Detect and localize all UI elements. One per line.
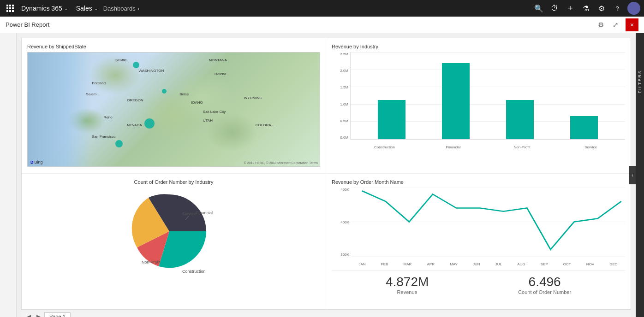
line-x-labels: JAN FEB MAR APR MAY JUN JUL AUG SEP OCT … bbox=[351, 258, 625, 270]
bar-nonprofit[interactable] bbox=[506, 100, 534, 139]
secondbar-fullscreen-icon[interactable]: ⤢ bbox=[609, 18, 622, 31]
svg-rect-0 bbox=[6, 5, 8, 6]
map-label-nevada: NEVADA bbox=[127, 123, 142, 127]
svg-rect-1 bbox=[9, 5, 11, 6]
bar-construction-rect bbox=[378, 100, 405, 139]
map-label-boise: Boise bbox=[179, 92, 189, 96]
pie-label-service-arrow: Service bbox=[182, 211, 196, 216]
map-section: Revenue by ShippedState Seattle WASHINGT… bbox=[22, 38, 326, 174]
line-section: Revenue by Order Month Name 450K 400K 35… bbox=[326, 174, 631, 309]
right-panel: ‹ FILTERS bbox=[636, 33, 644, 317]
map-dot-sf bbox=[115, 140, 123, 147]
kpi-orders-label: Count of Order Number bbox=[518, 289, 571, 295]
bar-financial[interactable] bbox=[442, 63, 470, 139]
topbar-icons: 🔍 ⏱ + ⚗ ⚙ ? bbox=[531, 1, 640, 16]
settings-button[interactable]: ⚙ bbox=[594, 1, 609, 16]
report-title: Power BI Report bbox=[6, 21, 49, 28]
svg-rect-3 bbox=[6, 7, 8, 9]
bar-service-rect bbox=[570, 116, 598, 139]
filters-toggle[interactable]: ‹ bbox=[629, 166, 636, 184]
report-panel: Revenue by ShippedState Seattle WASHINGT… bbox=[21, 38, 631, 310]
secondbar-settings-icon[interactable]: ⚙ bbox=[594, 18, 607, 31]
line-chart-svg bbox=[351, 188, 625, 257]
pagination-bar: ◀ ▶ Page 1 bbox=[21, 310, 631, 317]
kpi-revenue: 4.872M Revenue bbox=[386, 275, 429, 295]
page-next[interactable]: ▶ bbox=[35, 312, 42, 317]
left-sidebar bbox=[0, 33, 17, 317]
map-background: Seattle WASHINGTON MONTANA Portland Hele… bbox=[28, 53, 320, 166]
bars-group bbox=[351, 52, 625, 139]
filters-label: FILTERS bbox=[638, 70, 642, 93]
map-label-reno: Reno bbox=[104, 115, 113, 119]
kpi-orders-value: 6.496 bbox=[518, 275, 571, 289]
page-prev[interactable]: ◀ bbox=[25, 312, 33, 317]
pie-label-nonprofit: Non-Profit bbox=[142, 260, 161, 264]
bar-service[interactable] bbox=[570, 116, 598, 139]
line-y-labels: 450K 400K 350K bbox=[332, 188, 351, 257]
pie-chart-svg: Financial Non-Profit Construction Servic… bbox=[114, 188, 234, 275]
bar-nonprofit-rect bbox=[506, 100, 534, 139]
filter-button[interactable]: ⚗ bbox=[578, 1, 593, 16]
bar-section: Revenue by Industry 2.5M 2.0M 1.5M 1.0M … bbox=[326, 38, 631, 174]
map-label-idaho: IDAHO bbox=[191, 100, 203, 105]
map-label-sf: San Francisco bbox=[92, 135, 115, 139]
kpi-orders: 6.496 Count of Order Number bbox=[518, 275, 571, 295]
waffle-icon[interactable] bbox=[4, 2, 17, 15]
close-button[interactable]: × bbox=[626, 18, 638, 31]
secondbar-actions: ⚙ ⤢ × bbox=[594, 18, 638, 31]
line-plot-svg-container bbox=[351, 188, 625, 257]
kpi-row: 4.872M Revenue 6.496 Count of Order Numb… bbox=[332, 270, 625, 299]
bar-chart-area: 2.5M 2.0M 1.5M 1.0M 0.5M 0.0M bbox=[332, 52, 625, 153]
main-content: Revenue by ShippedState Seattle WASHINGT… bbox=[0, 33, 644, 317]
pie-label-financial: Financial bbox=[196, 211, 213, 215]
svg-rect-4 bbox=[9, 7, 11, 9]
bar-y-labels: 2.5M 2.0M 1.5M 1.0M 0.5M 0.0M bbox=[332, 52, 350, 140]
add-button[interactable]: + bbox=[563, 1, 578, 16]
app-chevron-icon: ⌄ bbox=[64, 6, 68, 11]
map-copyright: © 2018 HERE, © 2018 Microsoft Corporatio… bbox=[244, 161, 318, 164]
map-water bbox=[28, 53, 92, 166]
map-label-utah: UTAH bbox=[203, 118, 213, 123]
kpi-revenue-value: 4.872M bbox=[386, 275, 429, 289]
map-label-saltlake: Salt Lake City bbox=[203, 110, 226, 114]
map-label-salem: Salem bbox=[86, 92, 97, 96]
bar-title: Revenue by Industry bbox=[332, 44, 625, 49]
bar-construction[interactable] bbox=[378, 100, 405, 139]
pie-title: Count of Order Number by Industry bbox=[134, 179, 214, 185]
bar-x-labels: Construction Financial Non-Profit Servic… bbox=[350, 141, 625, 153]
map-dot-seattle bbox=[133, 62, 139, 68]
svg-rect-2 bbox=[12, 5, 14, 6]
map-label-portland: Portland bbox=[92, 81, 106, 85]
map-label-helena: Helena bbox=[215, 72, 226, 76]
pie-section: Count of Order Number by Industry bbox=[22, 174, 326, 309]
help-button[interactable]: ? bbox=[610, 1, 625, 16]
app-name[interactable]: Dynamics 365 ⌄ bbox=[18, 5, 71, 12]
map-label-colorado: COLORA... bbox=[256, 123, 274, 127]
kpi-revenue-label: Revenue bbox=[386, 289, 429, 295]
map-label-montana: MONTANA bbox=[209, 58, 227, 62]
history-button[interactable]: ⏱ bbox=[547, 1, 562, 16]
report-container: Revenue by ShippedState Seattle WASHINGT… bbox=[17, 33, 636, 317]
map-title: Revenue by ShippedState bbox=[27, 44, 320, 49]
svg-rect-5 bbox=[12, 7, 14, 9]
line-title: Revenue by Order Month Name bbox=[332, 179, 625, 185]
module-selector[interactable]: Sales ⌄ bbox=[72, 5, 101, 12]
breadcrumb: Dashboards › bbox=[103, 5, 139, 12]
line-chart-area: 450K 400K 350K bbox=[332, 188, 625, 270]
svg-rect-8 bbox=[12, 10, 14, 12]
map-wrapper[interactable]: Seattle WASHINGTON MONTANA Portland Hele… bbox=[27, 52, 320, 167]
map-label-washington: WASHINGTON bbox=[139, 69, 164, 73]
user-avatar[interactable] bbox=[627, 2, 640, 15]
svg-rect-7 bbox=[9, 10, 11, 12]
map-label-oregon: OREGON bbox=[127, 98, 143, 102]
topbar: Dynamics 365 ⌄ Sales ⌄ Dashboards › 🔍 ⏱ … bbox=[0, 0, 644, 17]
map-label-seattle: Seattle bbox=[115, 58, 127, 62]
filters-panel: FILTERS bbox=[636, 33, 644, 317]
search-button[interactable]: 🔍 bbox=[531, 1, 546, 16]
page-1-tab[interactable]: Page 1 bbox=[44, 312, 71, 317]
pie-label-construction: Construction bbox=[182, 269, 206, 274]
svg-rect-6 bbox=[6, 10, 8, 12]
line-chart-line bbox=[362, 191, 621, 249]
bar-financial-rect bbox=[442, 63, 470, 139]
bar-plot-area bbox=[350, 52, 625, 140]
